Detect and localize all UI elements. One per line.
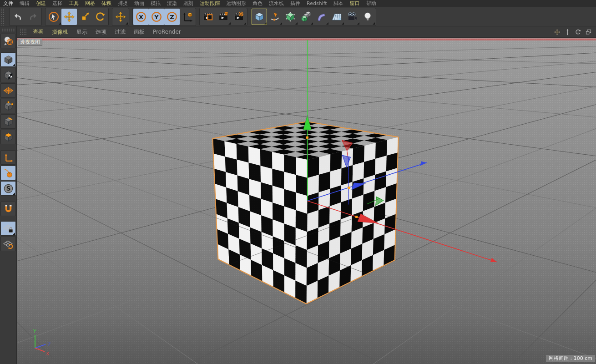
view-pan-button[interactable] [553,28,561,35]
workplane-alignment-button[interactable] [0,237,16,251]
vp-zoom-icon [564,29,571,35]
menu-item-help[interactable]: 帮助 [363,0,379,7]
menu-item-select[interactable]: 选择 [49,0,66,7]
menu-item-sculpt[interactable]: 雕刻 [180,0,197,7]
lock-workplane-button[interactable] [0,221,16,236]
toolbar-group-history [9,8,42,26]
lock-x-button[interactable]: X [133,9,149,25]
add-array-button[interactable] [298,9,313,25]
svg-text:S: S [6,185,10,192]
globe-editable-icon [3,35,14,47]
menu-item-render[interactable]: 渲染 [164,0,180,7]
redo-button[interactable] [25,9,41,25]
svg-text:X: X [139,13,143,20]
menu-item-simulate[interactable]: 模拟 [147,0,164,7]
view-rotate-button[interactable] [574,28,581,35]
add-camera-button[interactable] [344,9,360,25]
menu-item-file[interactable]: 文件 [0,0,16,7]
axis-z-icon: Z [166,11,178,23]
menu-item-mograph[interactable]: 运动图形 [223,0,249,7]
viewport-3d[interactable]: YZX 透视视图 网格间距 : 100 cm [17,38,596,364]
menu-item-redshift[interactable]: Redshift [303,0,330,7]
viewport-menu-view[interactable]: 查看 [29,28,48,36]
mouse-icon [3,167,14,179]
menu-item-window[interactable]: 窗口 [347,0,363,7]
viewport-menu-cameras[interactable]: 摄像机 [48,28,72,36]
model-mode-button[interactable] [0,52,16,67]
viewport-menu-display[interactable]: 显示 [72,28,91,36]
menu-item-edit[interactable]: 编辑 [16,0,33,7]
grid-spacing-badge: 网格间距 : 100 cm [546,355,595,362]
gizmo-scale-handle[interactable] [348,187,350,189]
menu-item-tools[interactable]: 工具 [66,0,82,7]
svg-text:Y: Y [154,13,159,20]
snap-settings-button[interactable] [0,202,16,216]
floor-icon [331,11,343,23]
tweak-mode-button[interactable] [0,166,16,180]
vp-pan-icon [554,29,561,35]
add-subdivision-surface-button[interactable] [283,9,298,25]
menu-item-create[interactable]: 创建 [33,0,49,7]
add-cube-button[interactable] [252,9,267,25]
enable-axis-button[interactable] [0,150,16,165]
cube-points-icon [3,101,14,112]
toolbar-group-axis-locks: XYZ [132,8,196,26]
axis-label-z: Z [47,342,51,348]
toolbar-grip[interactable] [1,8,5,25]
undo-button[interactable] [10,9,25,25]
recent-tool-button[interactable] [113,9,128,25]
move-tool-button[interactable] [61,9,77,25]
render-view-button[interactable] [200,9,216,25]
viewport-menu-prorender[interactable]: ProRender [149,29,185,35]
toolbar-group-render [199,8,247,26]
render-settings-button[interactable] [231,9,247,25]
menu-item-plugins[interactable]: 插件 [287,0,303,7]
render-settings-icon [233,11,245,23]
array-icon [300,11,312,23]
lock-z-button[interactable]: Z [164,9,180,25]
render-picture-viewer-button[interactable] [216,9,231,25]
texture-mode-button[interactable] [0,68,16,82]
add-spline-button[interactable] [267,9,283,25]
plane-rotate-icon [3,238,14,250]
gizmo-scale-handle[interactable] [355,216,358,218]
enable-snap-button[interactable]: S [0,181,16,196]
add-environment-button[interactable] [329,9,344,25]
menu-item-character[interactable]: 角色 [249,0,266,7]
polygons-mode-button[interactable] [0,130,16,144]
lock-y-button[interactable]: Y [149,9,164,25]
sidebar-grip[interactable] [1,28,15,32]
menu-item-volume[interactable]: 体积 [98,0,115,7]
scene-canvas[interactable]: YZX [17,38,596,364]
view-maximize-button[interactable] [585,28,592,35]
menu-item-script[interactable]: 脚本 [330,0,347,7]
edges-mode-button[interactable] [0,114,16,129]
move-icon [63,11,75,23]
view-zoom-button[interactable] [564,28,571,35]
viewport-menu-panel[interactable]: 面板 [130,28,149,36]
menu-item-snap[interactable]: 捕捉 [115,0,131,7]
menu-item-motion-tracker[interactable]: 运动跟踪 [197,0,223,7]
gizmo-scale-handle[interactable] [306,136,308,139]
cube-model-icon [3,54,14,66]
viewport-menu-filter[interactable]: 过滤 [111,28,130,36]
viewport-menu-options[interactable]: 选项 [91,28,111,36]
add-light-button[interactable] [360,9,375,25]
scale-tool-button[interactable] [77,9,92,25]
rotate-tool-button[interactable] [92,9,108,25]
viewport-menu-grip[interactable] [20,28,27,35]
menu-item-pipeline[interactable]: 流水线 [266,0,287,7]
menu-item-mesh[interactable]: 网格 [82,0,98,7]
live-selection-button[interactable] [46,9,61,25]
app-window: 文件编辑创建选择工具网格体积捕捉动画模拟渲染雕刻运动跟踪运动图形角色流水线插件R… [0,0,596,364]
menu-item-animate[interactable]: 动画 [131,0,147,7]
add-deformer-button[interactable] [313,9,329,25]
make-editable-button[interactable] [0,34,16,48]
coord-system-button[interactable] [180,9,195,25]
magnet-icon [3,203,14,215]
workplane-icon [3,85,14,96]
cube-edges-icon [3,116,14,127]
snap-s-icon: S [3,183,14,194]
points-mode-button[interactable] [0,99,16,113]
workplane-mode-button[interactable] [0,83,16,98]
